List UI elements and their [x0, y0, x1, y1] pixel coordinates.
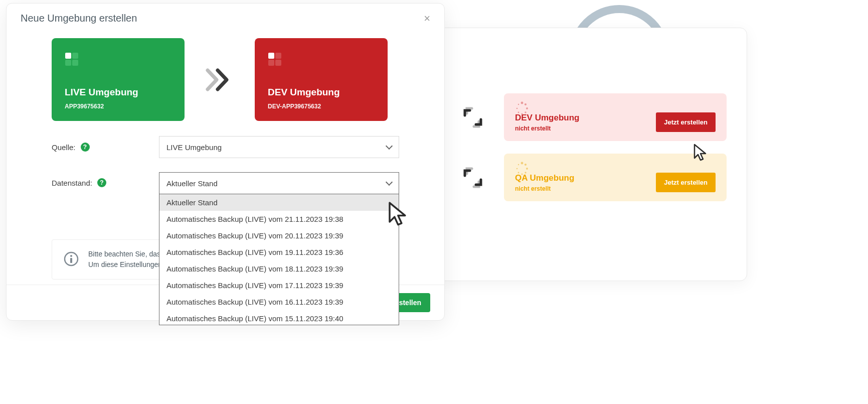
datastate-option[interactable]: Automatisches Backup (LIVE) vom 16.11.20… — [159, 294, 399, 310]
svg-point-14 — [518, 172, 519, 174]
datastate-option[interactable]: Automatisches Backup (LIVE) vom 20.11.20… — [159, 227, 399, 244]
info-icon — [63, 251, 79, 267]
svg-rect-19 — [70, 258, 72, 263]
datastate-dropdown: Aktueller StandAutomatisches Backup (LIV… — [159, 194, 399, 325]
datastate-option[interactable]: Automatisches Backup (LIVE) vom 19.11.20… — [159, 244, 399, 260]
source-row: Quelle: ? LIVE Umgebung — [52, 136, 399, 158]
source-select[interactable]: LIVE Umgebung — [159, 136, 399, 158]
datastate-label: Datenstand: — [52, 179, 92, 187]
close-icon[interactable]: × — [424, 13, 430, 24]
datastate-option[interactable]: Automatisches Backup (LIVE) vom 18.11.20… — [159, 260, 399, 277]
dev-tile: DEV Umgebung DEV-APP39675632 — [255, 38, 388, 121]
svg-point-10 — [525, 164, 527, 166]
datastate-row: Datenstand: ? Aktueller Stand Aktueller … — [52, 172, 399, 194]
live-tile-name: LIVE Umgebung — [65, 87, 171, 98]
environments-panel: DEV Umgebung nicht erstellt Jetzt erstel… — [436, 28, 747, 281]
svg-point-7 — [516, 108, 518, 109]
qa-env-card: QA Umgebung nicht erstellt Jetzt erstell… — [504, 154, 727, 201]
qa-env-status: nicht erstellt — [515, 185, 574, 192]
dev-env-status: nicht erstellt — [515, 125, 579, 132]
dev-env-row: DEV Umgebung nicht erstellt Jetzt erstel… — [457, 93, 727, 141]
datastate-option[interactable]: Automatisches Backup (LIVE) vom 15.11.20… — [159, 310, 399, 325]
svg-point-15 — [516, 168, 518, 170]
svg-point-5 — [522, 113, 523, 115]
datastate-option[interactable]: Automatisches Backup (LIVE) vom 21.11.20… — [159, 211, 399, 227]
qa-create-button[interactable]: Jetzt erstellen — [656, 173, 716, 192]
modal-title: Neue Umgebung erstellen — [21, 13, 137, 24]
datastate-option[interactable]: Automatisches Backup (LIVE) vom 17.11.20… — [159, 277, 399, 294]
svg-point-3 — [526, 107, 528, 109]
create-environment-modal: Neue Umgebung erstellen × LIVE Umgebung … — [6, 3, 445, 321]
source-label: Quelle: — [52, 143, 76, 152]
svg-point-11 — [526, 168, 528, 170]
swap-arrows-icon — [457, 101, 489, 133]
apps-grid-icon — [268, 52, 283, 66]
dev-tile-name: DEV Umgebung — [268, 87, 375, 98]
arrow-right-icon — [205, 67, 235, 92]
live-tile: LIVE Umgebung APP39675632 — [52, 38, 185, 121]
help-icon[interactable]: ? — [81, 143, 90, 152]
swap-arrows-icon — [457, 162, 489, 194]
datastate-select[interactable]: Aktueller Stand — [159, 172, 399, 194]
svg-point-1 — [521, 102, 524, 104]
source-select-value: LIVE Umgebung — [166, 143, 222, 152]
svg-point-6 — [518, 112, 519, 113]
datastate-option[interactable]: Aktueller Stand — [159, 194, 399, 211]
loading-spinner-icon — [515, 162, 529, 176]
apps-grid-icon — [65, 52, 80, 66]
qa-env-row: QA Umgebung nicht erstellt Jetzt erstell… — [457, 154, 727, 201]
svg-point-18 — [70, 255, 72, 257]
datastate-select-value: Aktueller Stand — [166, 179, 218, 188]
loading-spinner-icon — [515, 101, 529, 115]
svg-point-8 — [518, 104, 519, 105]
dev-env-card: DEV Umgebung nicht erstellt Jetzt erstel… — [504, 93, 727, 141]
svg-point-9 — [521, 162, 524, 165]
dev-tile-id: DEV-APP39675632 — [268, 103, 375, 110]
live-tile-id: APP39675632 — [65, 103, 171, 110]
svg-point-13 — [522, 174, 523, 175]
svg-point-2 — [525, 103, 527, 105]
svg-point-16 — [518, 164, 519, 165]
help-icon[interactable]: ? — [97, 178, 106, 187]
svg-point-4 — [525, 111, 526, 113]
dev-create-button[interactable]: Jetzt erstellen — [656, 112, 716, 132]
svg-point-12 — [525, 172, 526, 173]
